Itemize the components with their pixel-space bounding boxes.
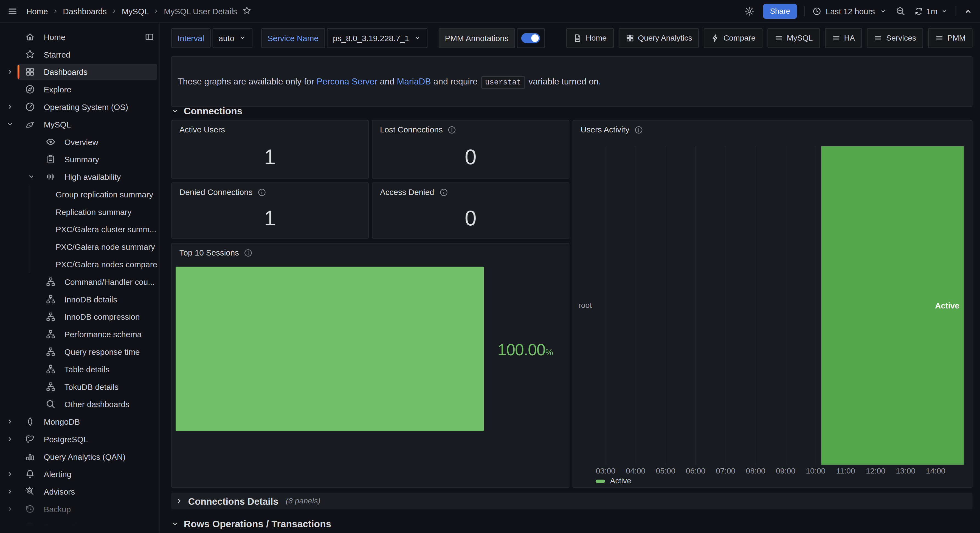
chevron-down-icon[interactable] [6, 121, 14, 130]
sidebar-item-query-response-time[interactable]: Query response time [0, 343, 159, 360]
list-icon [935, 34, 944, 43]
chevron-right-icon[interactable] [6, 418, 14, 427]
info-icon[interactable] [634, 125, 643, 134]
panel-title: Access Denied [380, 187, 434, 197]
info-icon[interactable] [244, 248, 253, 257]
info-icon[interactable] [258, 188, 266, 197]
stat-panel-lost-connections[interactable]: Lost Connections 0 [372, 120, 569, 178]
breadcrumb-home[interactable]: Home [26, 6, 48, 16]
chevron-right-icon[interactable] [6, 470, 14, 479]
sidebar-item-backup[interactable]: Backup [0, 500, 159, 518]
bar-chart-icon [25, 452, 35, 462]
collapse-toolbar-chevron-up-icon[interactable] [964, 7, 973, 16]
sidebar-item-pxc-galera-cluster-summary[interactable]: PXC/Galera cluster summ... [0, 220, 159, 238]
favorite-star-icon[interactable] [243, 6, 251, 17]
sidebar-item-mongodb[interactable]: MongoDB [0, 413, 159, 430]
mariadb-link[interactable]: MariaDB [397, 76, 431, 86]
link-button-ha[interactable]: HA [825, 28, 862, 48]
apps-icon [25, 67, 35, 77]
refresh-interval-label: 1m [926, 6, 937, 16]
sidebar-item-advisors[interactable]: Advisors [0, 483, 159, 500]
service-name-value: ps_8.0_3.19.228.7_1 [333, 33, 409, 43]
sidebar-item-innodb-compression[interactable]: InnoDB compression [0, 308, 159, 325]
chevron-right-icon[interactable] [6, 488, 14, 497]
sidebar-item-label: Starred [44, 50, 70, 59]
sidebar-item-starred[interactable]: Starred [0, 46, 159, 63]
chevron-right-icon[interactable] [6, 523, 14, 532]
sidebar-item-overview[interactable]: Overview [0, 133, 159, 151]
dock-menu-icon[interactable] [144, 32, 154, 42]
clipboard-icon [46, 154, 56, 164]
sidebar-item-replication-summary[interactable]: Replication summary [0, 203, 159, 220]
sidebar-item-summary[interactable]: Summary [0, 151, 159, 168]
chevron-right-icon [111, 8, 118, 14]
refresh-picker[interactable]: 1m [915, 6, 948, 16]
sidebar-item-performance-schema[interactable]: Performance schema [0, 325, 159, 343]
dashboard-links: Home Query Analytics Compare MySQL HA [566, 28, 972, 48]
sidebar-item-alerting[interactable]: Alerting [0, 465, 159, 483]
time-range-picker[interactable]: Last 12 hours [813, 6, 887, 16]
advisor-magnifier-icon [25, 487, 35, 497]
section-row-connections-details[interactable]: Connections Details (8 panels) [171, 493, 972, 509]
sidebar-item-postgresql[interactable]: PostgreSQL [0, 430, 159, 448]
active-state-bar[interactable]: Active [821, 146, 964, 465]
sidebar-item-high-availability[interactable]: High availability [0, 168, 159, 186]
stat-panel-denied-connections[interactable]: Denied Connections 1 [171, 182, 369, 238]
link-button-services[interactable]: Services [867, 28, 923, 48]
sidebar-item-innodb-details[interactable]: InnoDB details [0, 290, 159, 308]
chevron-right-icon[interactable] [6, 435, 14, 445]
section-header-rows-operations[interactable]: Rows Operations / Transactions [171, 517, 331, 531]
top-10-sessions-panel[interactable]: Top 10 Sessions 100.00 % [171, 243, 569, 488]
sidebar-item-home[interactable]: Home [0, 28, 159, 46]
stat-panel-active-users[interactable]: Active Users 1 [171, 120, 369, 178]
sidebar-item-pxc-galera-node-summary[interactable]: PXC/Galera node summary [0, 238, 159, 255]
sidebar-item-mysql[interactable]: MySQL [0, 116, 159, 133]
legend[interactable]: Active [596, 476, 631, 485]
state-timeline-plot[interactable]: Active [596, 146, 964, 465]
chevron-right-icon[interactable] [6, 505, 14, 515]
link-button-compare[interactable]: Compare [704, 28, 762, 48]
sidebar-item-label: InnoDB details [64, 295, 118, 304]
sidebar-item-label: Query Analytics (QAN) [44, 452, 126, 461]
chevron-right-icon[interactable] [6, 103, 14, 113]
sidebar-item-tokudb-details[interactable]: TokuDB details [0, 378, 159, 395]
pmm-annotations-toggle[interactable] [517, 28, 545, 48]
zoom-out-icon[interactable] [896, 6, 905, 16]
sidebar-item-command-handler-counters[interactable]: Command/Handler cou... [0, 273, 159, 290]
breadcrumb-dashboards[interactable]: Dashboards [63, 6, 107, 16]
mega-menu-icon[interactable] [7, 6, 17, 16]
users-activity-panel[interactable]: Users Activity root Active 03:00 04:00 0… [573, 120, 973, 488]
home-icon [25, 32, 35, 42]
share-button[interactable]: Share [763, 4, 797, 19]
sidebar-item-connections[interactable]: Connections [0, 518, 159, 533]
sidebar-item-label: MySQL [44, 119, 71, 129]
section-header-connections[interactable]: Connections [171, 103, 242, 119]
info-icon[interactable] [439, 188, 448, 197]
toggle-on [521, 33, 540, 43]
sidebar-item-table-details[interactable]: Table details [0, 360, 159, 378]
info-icon[interactable] [448, 125, 457, 134]
link-button-home[interactable]: Home [566, 28, 614, 48]
link-button-query-analytics[interactable]: Query Analytics [619, 28, 699, 48]
chevron-right-icon[interactable] [6, 68, 14, 77]
interval-variable-dropdown[interactable]: auto [212, 28, 253, 48]
dashboard-settings-gear-icon[interactable] [745, 6, 754, 16]
sidebar-item-explore[interactable]: Explore [0, 81, 159, 98]
link-button-pmm[interactable]: PMM [928, 28, 973, 48]
sessions-bar-root[interactable] [176, 267, 484, 431]
percona-server-link[interactable]: Percona Server [317, 76, 377, 86]
sidebar-item-dashboards[interactable]: Dashboards [0, 63, 159, 81]
sidebar-item-label: Explore [44, 85, 71, 94]
sidebar-item-other-dashboards[interactable]: Other dashboards [0, 395, 159, 413]
sidebar-item-pxc-galera-nodes-compare[interactable]: PXC/Galera nodes compare [0, 255, 159, 273]
stat-panel-access-denied[interactable]: Access Denied 0 [372, 182, 569, 238]
grafana-dashboard-page: Home Dashboards MySQL MySQL User Details… [0, 0, 980, 533]
chevron-down-icon[interactable] [27, 173, 35, 182]
sidebar-item-group-replication-summary[interactable]: Group replication summary [0, 186, 159, 203]
sidebar-item-query-analytics[interactable]: Query Analytics (QAN) [0, 448, 159, 465]
link-button-mysql[interactable]: MySQL [767, 28, 820, 48]
service-name-variable-dropdown[interactable]: ps_8.0_3.19.228.7_1 [326, 28, 427, 48]
sidebar-item-operating-system[interactable]: Operating System (OS) [0, 98, 159, 116]
stat-value: 1 [172, 135, 368, 178]
breadcrumb-mysql[interactable]: MySQL [122, 6, 149, 16]
